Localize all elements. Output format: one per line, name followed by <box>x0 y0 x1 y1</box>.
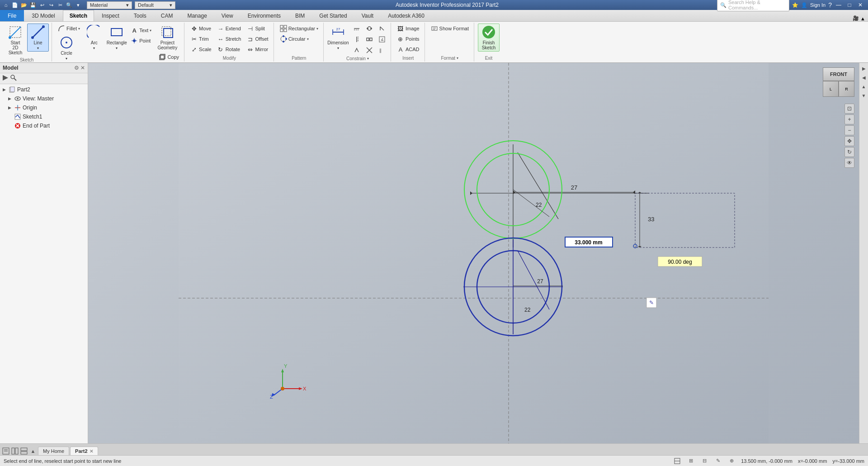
tab-part2-close[interactable]: ✕ <box>90 449 93 454</box>
tab-file[interactable]: File <box>0 10 24 21</box>
rotate-btn[interactable]: ↻ Rotate <box>215 44 244 54</box>
tab-sketch[interactable]: Sketch <box>63 10 94 21</box>
tree-item-sketch1[interactable]: Sketch1 <box>6 112 87 121</box>
constrain-btn5[interactable] <box>363 34 375 44</box>
qat-undo[interactable]: ↩ <box>38 1 46 9</box>
view-cube-left[interactable]: L <box>823 81 839 97</box>
constrain-btn8[interactable]: ∥ <box>376 45 388 55</box>
project-geometry-btn[interactable]: ProjectGeometry <box>156 24 178 52</box>
tree-item-origin[interactable]: ▶ Origin <box>6 103 87 112</box>
tab-part2[interactable]: Part2 ✕ <box>70 447 98 455</box>
tab-cam[interactable]: CAM <box>154 10 180 21</box>
tabbar-icon1[interactable] <box>2 447 10 455</box>
status-icon1[interactable] <box>673 457 681 465</box>
expand-ribbon-btn[interactable]: ▲ <box>860 16 865 21</box>
start-2d-sketch-btn[interactable]: Start2D Sketch <box>5 24 26 57</box>
sign-in-btn[interactable]: Sign In <box>810 2 826 8</box>
constrain-btn4[interactable] <box>363 24 375 33</box>
arc-btn[interactable]: Arc ▾ <box>83 24 105 52</box>
mirror-btn[interactable]: ⇔ Mirror <box>245 44 271 54</box>
acad-btn[interactable]: A ACAD <box>395 44 422 54</box>
status-icon5[interactable]: ⊕ <box>727 457 736 465</box>
right-btn2[interactable]: ◀ <box>860 74 868 81</box>
tab-vault[interactable]: Vault <box>355 10 380 21</box>
video-btn[interactable]: 🎥 <box>853 15 859 21</box>
tab-a360[interactable]: Autodesk A360 <box>381 10 431 21</box>
move-btn[interactable]: ✥ Move <box>188 24 214 33</box>
scale-btn[interactable]: ⤢ Scale <box>188 44 214 54</box>
tab-environments[interactable]: Environments <box>241 10 288 21</box>
tree-item-end-of-part[interactable]: End of Part <box>6 121 87 130</box>
tab-inspect[interactable]: Inspect <box>95 10 126 21</box>
tab-manage[interactable]: Manage <box>180 10 213 21</box>
close-btn[interactable]: ✕ <box>856 2 864 8</box>
constrain-btn6[interactable] <box>363 45 375 55</box>
constrain-btn2[interactable] <box>351 34 363 44</box>
show-constraints-btn[interactable]: ∡ <box>376 34 388 44</box>
maximize-btn[interactable]: □ <box>845 2 854 8</box>
tab-my-home[interactable]: My Home <box>38 447 69 455</box>
trim-btn[interactable]: ✂ Trim <box>188 34 214 44</box>
stretch-btn[interactable]: ↔ Stretch <box>215 34 244 44</box>
tab-bim[interactable]: BIM <box>288 10 311 21</box>
qat-more[interactable]: ▾ <box>74 1 82 9</box>
extend-btn[interactable]: → Extend <box>215 24 244 33</box>
sidebar-filter-btn[interactable]: ⚙ <box>74 65 79 71</box>
view-cube[interactable]: FRONT L R <box>823 67 854 99</box>
text-btn[interactable]: A Text ▾ <box>128 25 154 35</box>
tree-item-part2[interactable]: ▶ Part2 <box>1 85 87 94</box>
view-cube-right[interactable]: R <box>839 81 854 97</box>
right-btn4[interactable]: ▼ <box>860 92 868 99</box>
constrain-btn7[interactable] <box>376 24 388 33</box>
sidebar-tool1[interactable] <box>2 74 9 83</box>
material-dropdown[interactable]: Material ▾ <box>87 1 132 9</box>
nav-zoom-fit[interactable]: ⊡ <box>844 104 854 114</box>
default-dropdown[interactable]: Default ▾ <box>135 1 175 9</box>
tabbar-icon4[interactable]: ▲ <box>29 447 37 455</box>
qat-snip[interactable]: ✂ <box>56 1 64 9</box>
qat-open[interactable]: 📂 <box>20 1 28 9</box>
constrain-btn1[interactable] <box>351 24 363 33</box>
point-btn[interactable]: Point <box>128 36 154 46</box>
line-btn[interactable]: Line ▾ <box>27 24 49 52</box>
tabbar-icon2[interactable] <box>11 447 19 455</box>
sidebar-close-btn[interactable]: ✕ <box>80 65 85 71</box>
copy-btn[interactable]: Copy <box>156 52 181 62</box>
view-cube-front[interactable]: FRONT <box>823 67 854 81</box>
tab-get-started[interactable]: Get Started <box>312 10 354 21</box>
tab-tools[interactable]: Tools <box>127 10 153 21</box>
split-btn[interactable]: ⊣ Split <box>245 24 271 33</box>
status-icon4[interactable]: ✎ <box>714 457 722 465</box>
help-btn[interactable]: ? <box>828 1 832 9</box>
tree-item-view-master[interactable]: ▶ View: Master <box>6 94 87 103</box>
qat-save[interactable]: 💾 <box>29 1 37 9</box>
finish-sketch-btn[interactable]: FinishSketch <box>478 24 500 52</box>
offset-btn[interactable]: ⊐ Offset <box>245 34 271 44</box>
show-format-btn[interactable]: Show Format <box>429 24 471 33</box>
nav-look[interactable]: 👁 <box>844 158 854 168</box>
points-btn[interactable]: ⊕ Points <box>395 34 422 44</box>
qat-redo[interactable]: ↪ <box>47 1 55 9</box>
search-bar[interactable]: 🔍 Search Help & Commands... <box>717 0 789 11</box>
dimension-btn[interactable]: 27 Dimension ▾ <box>327 24 349 52</box>
tab-3d-model[interactable]: 3D Model <box>25 10 61 21</box>
nav-pan[interactable]: ✥ <box>844 136 854 146</box>
status-icon3[interactable]: ⊟ <box>700 457 708 465</box>
tabbar-icon3[interactable] <box>20 447 28 455</box>
minimize-btn[interactable]: — <box>835 2 843 8</box>
fillet-btn[interactable]: Fillet ▾ <box>56 24 82 33</box>
circular-pattern-btn[interactable]: Circular ▾ <box>278 34 321 44</box>
nav-orbit[interactable]: ↻ <box>844 147 854 157</box>
qat-search[interactable]: 🔍 <box>65 1 73 9</box>
circle-btn[interactable]: Circle ▾ <box>56 34 77 62</box>
image-btn[interactable]: 🖼 Image <box>395 24 422 33</box>
status-icon2[interactable]: ⊞ <box>687 457 695 465</box>
qat-new[interactable]: 📄 <box>11 1 19 9</box>
rectangular-btn[interactable]: Rectangular ▾ <box>278 24 321 33</box>
sidebar-tool2[interactable] <box>10 74 17 83</box>
qat-home[interactable]: ⌂ <box>2 1 10 9</box>
user-btn[interactable]: 👤 <box>801 2 807 8</box>
star-btn[interactable]: ⭐ <box>792 2 798 8</box>
nav-zoom-in[interactable]: + <box>844 114 854 124</box>
right-btn3[interactable]: ▲ <box>860 83 868 90</box>
